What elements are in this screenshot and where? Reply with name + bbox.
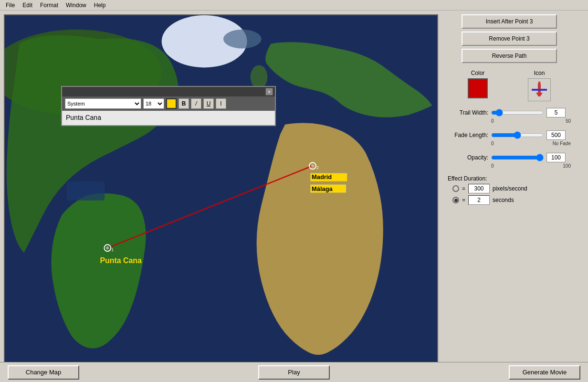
bottom-bar: Change Map Play Generate Movie — [0, 362, 588, 382]
color-label: Color — [468, 70, 488, 76]
opacity-label: Opacity: — [448, 154, 488, 161]
pixels-per-second-row: = pixels/second — [448, 184, 571, 193]
underline-button[interactable]: U — [203, 98, 214, 109]
strikethrough-button[interactable]: I — [216, 98, 226, 109]
fade-length-max: No Fade — [553, 141, 571, 146]
insert-after-point3-button[interactable]: Insert After Point 3 — [462, 14, 557, 29]
opacity-value[interactable] — [546, 153, 566, 162]
equals-sign-1: = — [462, 185, 465, 192]
svg-text:Madrid: Madrid — [312, 173, 332, 180]
text-editor-popup: × System Arial Times New Roman 18 12 14 … — [61, 86, 276, 126]
equals-sign-2: = — [462, 197, 465, 203]
opacity-max: 100 — [563, 163, 571, 169]
effect-duration-label: Effect Duration: — [448, 175, 571, 182]
svg-point-17 — [251, 65, 268, 89]
fade-length-range: 0 No Fade — [448, 141, 571, 146]
opacity-slider[interactable] — [491, 153, 544, 162]
color-picker[interactable] — [468, 78, 488, 98]
menu-format[interactable]: Format — [36, 1, 62, 10]
svg-rect-18 — [538, 83, 541, 93]
generate-movie-button[interactable]: Generate Movie — [509, 365, 580, 380]
color-section: Color — [468, 70, 488, 98]
text-editor-close-button[interactable]: × — [265, 88, 273, 96]
remove-point3-button[interactable]: Remove Point 3 — [462, 32, 557, 46]
svg-marker-20 — [536, 93, 543, 96]
svg-text:Punta Cana: Punta Cana — [100, 256, 142, 265]
opacity-section: Opacity: 0 100 — [448, 153, 571, 169]
fade-length-label: Fade Length: — [448, 132, 488, 138]
svg-text:Málaga: Málaga — [312, 185, 333, 192]
svg-marker-19 — [532, 89, 547, 91]
effect-duration-section: Effect Duration: = pixels/second = secon… — [448, 175, 571, 207]
svg-text:2: 2 — [316, 165, 319, 170]
menu-help[interactable]: Help — [90, 1, 110, 10]
fade-length-min: 0 — [491, 141, 494, 146]
trail-width-value[interactable]: 5 — [546, 108, 566, 117]
trail-width-label: Trail Width: — [448, 109, 488, 116]
main-layout: 1 2 Punta Cana Madrid Málaga × — [0, 11, 588, 382]
right-panel: Insert After Point 3 Remove Point 3 Reve… — [442, 11, 577, 382]
svg-point-6 — [106, 246, 109, 249]
seconds-row: = seconds — [448, 195, 571, 205]
trail-width-range: 0 50 — [448, 118, 571, 124]
pixels-per-second-input[interactable] — [468, 184, 490, 193]
text-editor-content[interactable]: Punta Cana — [62, 111, 275, 125]
fade-length-slider[interactable] — [491, 130, 544, 140]
svg-point-9 — [311, 164, 314, 167]
seconds-unit: seconds — [493, 197, 514, 203]
fade-length-value[interactable] — [546, 130, 566, 140]
trail-width-section: Trail Width: 5 0 50 — [448, 108, 571, 124]
color-icon-section: Color Icon — [448, 70, 571, 101]
text-editor-titlebar: × — [62, 87, 275, 96]
change-map-button[interactable]: Change Map — [8, 365, 79, 380]
bold-button[interactable]: B — [178, 98, 189, 109]
map-container[interactable]: 1 2 Punta Cana Madrid Málaga × — [4, 14, 438, 363]
font-size-select[interactable]: 18 12 14 16 20 24 — [143, 98, 164, 109]
menu-edit[interactable]: Edit — [19, 1, 36, 10]
menubar: File Edit Format Window Help — [0, 0, 588, 11]
icon-section: Icon — [528, 70, 551, 101]
seconds-radio[interactable] — [452, 197, 459, 203]
fade-length-section: Fade Length: 0 No Fade — [448, 130, 571, 146]
opacity-min: 0 — [491, 163, 494, 169]
svg-point-16 — [223, 30, 262, 49]
font-family-select[interactable]: System Arial Times New Roman — [65, 98, 141, 109]
trail-width-max: 50 — [566, 118, 571, 124]
menu-file[interactable]: File — [2, 1, 19, 10]
svg-rect-3 — [67, 181, 105, 201]
menu-window[interactable]: Window — [62, 1, 90, 10]
pixels-radio[interactable] — [452, 185, 459, 192]
italic-button[interactable]: / — [191, 98, 201, 109]
text-color-swatch[interactable] — [166, 98, 177, 109]
seconds-input[interactable] — [468, 195, 490, 205]
trail-width-slider[interactable] — [491, 108, 544, 117]
svg-marker-21 — [538, 81, 541, 83]
reverse-path-button[interactable]: Reverse Path — [462, 49, 557, 63]
icon-picker[interactable] — [528, 78, 551, 101]
opacity-range: 0 100 — [448, 163, 571, 169]
pixels-per-second-unit: pixels/second — [493, 185, 527, 192]
trail-width-min: 0 — [491, 118, 494, 124]
text-editor-toolbar: System Arial Times New Roman 18 12 14 16… — [62, 96, 275, 111]
play-button[interactable]: Play — [258, 365, 330, 380]
svg-text:1: 1 — [111, 247, 114, 252]
icon-label: Icon — [528, 70, 551, 76]
